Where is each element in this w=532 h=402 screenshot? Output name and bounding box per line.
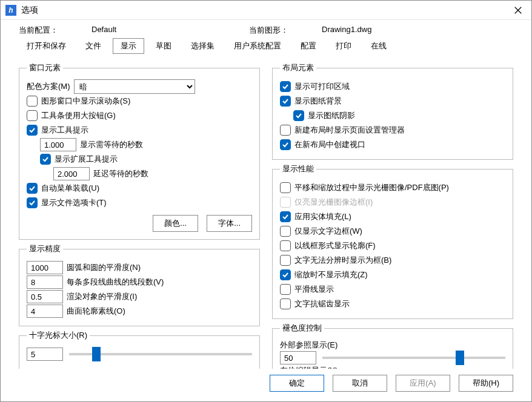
current-config-value: Default <box>91 25 249 36</box>
legend-fade: 褪色度控制 <box>280 323 324 334</box>
current-config-label: 当前配置： <box>19 25 91 36</box>
tab-0[interactable]: 打开和保存 <box>19 38 74 54</box>
group-precision: 显示精度 圆弧和圆的平滑度(N) 每条多段线曲线的线段数(V) 渲染对象的平滑度… <box>19 243 260 326</box>
checkbox-text-frame[interactable] <box>280 226 291 237</box>
group-layout: 布局元素 显示可打印区域 显示图纸背景 显示图纸阴影 新建布局时显示页面设置管理… <box>272 62 513 160</box>
info-row: 当前配置： Default 当前图形： Drawing1.dwg <box>1 20 531 38</box>
checkbox-page-setup[interactable] <box>280 125 291 136</box>
checkbox-ext-tooltips[interactable] <box>40 154 51 165</box>
checkbox-anti-alias[interactable] <box>280 298 291 309</box>
label-arc-smooth: 圆弧和圆的平滑度(N) <box>67 262 141 273</box>
ok-button[interactable]: 确定 <box>270 375 324 392</box>
checkbox-no-fill-zoom[interactable] <box>280 269 291 280</box>
legend-window-elements: 窗口元素 <box>27 62 63 73</box>
options-dialog: h 选项 当前配置： Default 当前图形： Drawing1.dwg 打开… <box>0 0 532 402</box>
group-window-elements: 窗口元素 配色方案(M) 暗 图形窗口中显示滚动条(S) 工具条使用大按钮(G)… <box>19 62 260 240</box>
group-crosshair: 十字光标大小(R) <box>19 330 260 369</box>
checkbox-wireframe[interactable] <box>280 240 291 251</box>
label-smooth-line: 平滑线显示 <box>294 284 334 295</box>
label-xref-fade: 外部参照显示(E) <box>280 340 505 351</box>
input-arc-smooth[interactable] <box>27 261 63 274</box>
label-no-fill-zoom: 缩放时不显示填充(Z) <box>294 269 368 280</box>
color-button[interactable]: 颜色... <box>153 215 198 232</box>
label-big-buttons: 工具条使用大按钮(G) <box>41 110 116 121</box>
label-tooltip-delay: 显示需等待的秒数 <box>80 139 143 150</box>
checkbox-scrollbar[interactable] <box>27 96 38 107</box>
tab-1[interactable]: 文件 <box>78 38 109 54</box>
label-wireframe: 以线框形式显示轮廓(F) <box>294 240 376 251</box>
label-ext-delay: 延迟等待的秒数 <box>93 168 148 179</box>
slider-crosshair[interactable] <box>69 353 252 355</box>
tab-2[interactable]: 显示 <box>113 38 144 54</box>
legend-crosshair: 十字光标大小(R) <box>27 330 90 341</box>
label-page-setup: 新建布局时显示页面设置管理器 <box>294 125 405 136</box>
legend-precision: 显示精度 <box>27 243 63 254</box>
checkbox-smooth-line[interactable] <box>280 284 291 295</box>
apply-button[interactable]: 应用(A) <box>396 375 450 392</box>
checkbox-printable[interactable] <box>280 81 291 92</box>
input-xref-fade[interactable] <box>280 351 316 364</box>
label-paper-bg: 显示图纸背景 <box>294 96 342 107</box>
input-render-smooth[interactable] <box>27 290 63 303</box>
legend-performance: 显示性能 <box>280 163 316 174</box>
input-surface[interactable] <box>27 305 63 318</box>
checkbox-pan-zoom[interactable] <box>280 182 291 193</box>
color-scheme-label: 配色方案(M) <box>27 81 70 92</box>
tab-8[interactable]: 在线 <box>363 38 394 54</box>
cancel-button[interactable]: 取消 <box>333 375 387 392</box>
help-button[interactable]: 帮助(H) <box>459 375 513 392</box>
group-performance: 显示性能 平移和缩放过程中显示光栅图像/PDF底图(P) 仅亮显光栅图像边框(I… <box>272 163 513 319</box>
label-file-tabs: 显示文件选项卡(T) <box>41 197 107 208</box>
slider-thumb[interactable] <box>92 347 101 361</box>
checkbox-auto-menu[interactable] <box>27 183 38 194</box>
color-scheme-select[interactable]: 暗 <box>74 79 195 94</box>
checkbox-text-box[interactable] <box>280 255 291 266</box>
footer: 确定 取消 应用(A) 帮助(H) <box>1 369 531 401</box>
legend-layout: 布局元素 <box>280 62 316 73</box>
tab-3[interactable]: 草图 <box>148 38 179 54</box>
titlebar: h 选项 <box>1 1 531 20</box>
input-crosshair-size[interactable] <box>27 348 63 361</box>
label-segments: 每条多段线曲线的线段数(V) <box>67 277 164 288</box>
window-title: 选项 <box>21 5 510 16</box>
label-render-smooth: 渲染对象的平滑度(I) <box>67 291 137 302</box>
label-printable: 显示可打印区域 <box>294 81 350 92</box>
label-scrollbar: 图形窗口中显示滚动条(S) <box>41 96 130 107</box>
label-raster-frame: 仅亮显光栅图像边框(I) <box>294 197 373 208</box>
group-fade: 褪色度控制 外部参照显示(E) 在位编辑显示(Y) <box>272 323 513 369</box>
label-solid-fill: 应用实体填充(L) <box>294 211 351 222</box>
label-text-frame: 仅显示文字边框(W) <box>294 226 362 237</box>
tab-7[interactable]: 打印 <box>328 38 359 54</box>
checkbox-raster-frame <box>280 197 291 208</box>
input-ext-delay[interactable] <box>53 167 90 180</box>
checkbox-tooltips[interactable] <box>27 125 38 136</box>
tab-5[interactable]: 用户系统配置 <box>226 38 289 54</box>
label-viewport: 在新布局中创建视口 <box>294 139 365 150</box>
label-ext-tooltips: 显示扩展工具提示 <box>55 154 118 165</box>
tab-6[interactable]: 配置 <box>293 38 324 54</box>
checkbox-big-buttons[interactable] <box>27 110 38 121</box>
app-icon: h <box>5 5 16 16</box>
tab-4[interactable]: 选择集 <box>183 38 222 54</box>
label-surface: 曲面轮廓素线(O) <box>67 306 125 317</box>
checkbox-file-tabs[interactable] <box>27 197 38 208</box>
label-text-box: 文字无法分辨时显示为框(B) <box>294 255 391 266</box>
checkbox-paper-shadow[interactable] <box>293 110 304 121</box>
tab-bar: 打开和保存文件显示草图选择集用户系统配置配置打印在线 <box>1 38 531 56</box>
input-segments[interactable] <box>27 275 63 289</box>
checkbox-paper-bg[interactable] <box>280 96 291 107</box>
current-drawing-label: 当前图形： <box>249 25 322 36</box>
close-icon[interactable] <box>510 2 527 19</box>
slider-xref-fade[interactable] <box>322 357 505 359</box>
label-pan-zoom: 平移和缩放过程中显示光栅图像/PDF底图(P) <box>294 182 449 193</box>
label-auto-menu: 自动菜单装载(U) <box>41 183 99 194</box>
font-button[interactable]: 字体... <box>207 215 252 232</box>
current-drawing-value: Drawing1.dwg <box>322 25 479 36</box>
checkbox-solid-fill[interactable] <box>280 211 291 222</box>
label-tooltips: 显示工具提示 <box>41 125 88 136</box>
input-tooltip-delay[interactable] <box>40 138 76 151</box>
slider-thumb[interactable] <box>456 351 464 365</box>
checkbox-viewport[interactable] <box>280 139 291 150</box>
label-paper-shadow: 显示图纸阴影 <box>308 110 355 121</box>
label-anti-alias: 文字抗锯齿显示 <box>294 298 350 309</box>
